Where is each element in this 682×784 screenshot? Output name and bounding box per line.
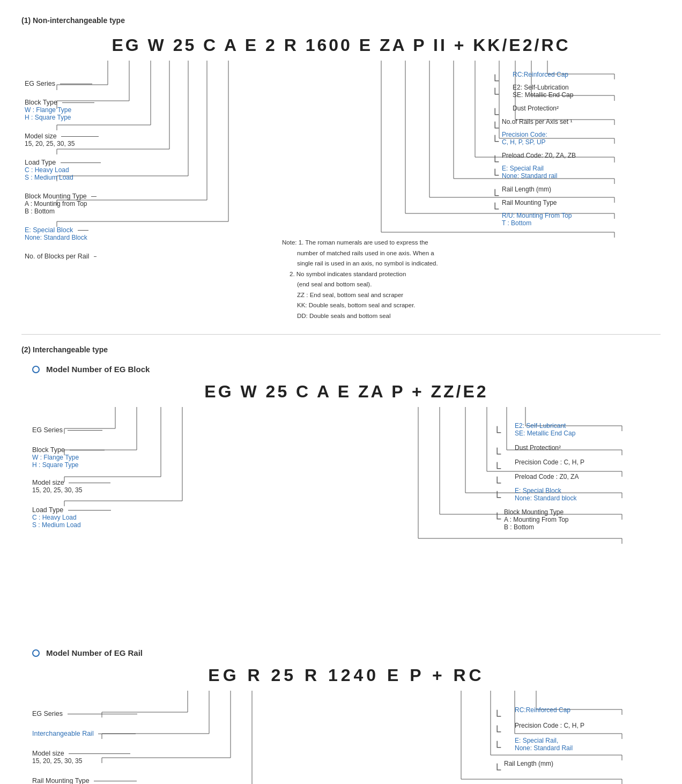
label-block-type: Block Type W : Flange Type H : Square Ty… xyxy=(25,98,159,121)
r2-sb-text: E: Special Block xyxy=(515,487,665,494)
label-model-size: Model size 15, 20, 25, 30, 35 xyxy=(25,132,159,147)
m2-p: P xyxy=(391,382,405,401)
right-labels-3: └ RC:Reinforced Cap └ Precision Code : C… xyxy=(493,706,665,775)
right-labels-2: └ E2: Self-Lubricant SE: Metallic End Ca… xyxy=(493,422,665,534)
model-plus: + xyxy=(454,35,466,55)
l2-lt-s: S : Medium Load xyxy=(32,521,172,529)
right-labels-1: └ RC:Reinforced Cap └ E2: Self-Lubricati… xyxy=(491,70,657,232)
blocks-per-rail-text: No. of Blocks per Rail xyxy=(25,253,89,260)
r3-sr-none: None: Standard Rail xyxy=(515,744,665,752)
left-labels-3: EG Series Interchangeable Rail Model siz… xyxy=(32,709,193,784)
label-special-block: E: Special Block None: Standard Block xyxy=(25,226,159,241)
model-p: P xyxy=(413,35,426,55)
diagram1: EG Series Block Type W : Flange Type H :… xyxy=(25,55,657,323)
rail-mounting-ru: R/U: Mounting From Top xyxy=(502,212,657,219)
rlabel-special-rail: └ E: Special Rail None: Standard rail xyxy=(491,165,657,180)
r2-se-text: SE: Metallic End Cap xyxy=(515,430,665,437)
r3-special-rail: └ E: Special Rail, None: Standard Rail xyxy=(493,737,665,752)
rlabel-rc: └ RC:Reinforced Cap xyxy=(491,70,657,78)
note-2-text: 2. No symbol indicates standard protecti… xyxy=(282,269,539,280)
model-size-values: 15, 20, 25, 30, 35 xyxy=(25,140,159,147)
rlabel-rail-mounting-vals: R/U: Mounting From Top T : Bottom xyxy=(491,212,657,227)
r2-preload: └ Preload Code : Z0, ZA xyxy=(493,472,665,480)
note-1-cont: number of matched rails used in one axis… xyxy=(282,248,539,259)
m3-e: E xyxy=(387,665,402,685)
l3-interchangeable: Interchangeable Rail xyxy=(32,729,193,737)
m3-plus: + xyxy=(432,665,446,685)
r2-bmt-text: Block Mounting Type xyxy=(504,508,665,516)
section2: (2) Interchangeable type Model Number of… xyxy=(21,345,661,784)
rail-mounting-text: Rail Mounting Type xyxy=(502,199,557,206)
m2-25: 25 xyxy=(266,382,290,401)
model-eg: EG xyxy=(112,35,140,55)
r2-bmt-a: A : Mounting From Top xyxy=(504,516,665,523)
m3-1240: 1240 xyxy=(328,665,379,685)
model-2: 2 xyxy=(265,35,277,55)
rlabel-dust: └ Dust Protection² xyxy=(491,104,657,112)
l2-model-size: Model size 15, 20, 25, 30, 35 xyxy=(32,478,172,494)
r3-rail-length: └ Rail Length (mm) xyxy=(493,759,665,767)
left-labels-2: EG Series Block Type W : Flange Type H :… xyxy=(32,426,172,541)
l2-ms-vals: 15, 20, 25, 30, 35 xyxy=(32,486,172,494)
m3-p: P xyxy=(410,665,424,685)
rlabel-preload: └ Preload Code: Z0, ZA, ZB xyxy=(491,151,657,159)
l2-bt-text: Block Type xyxy=(32,446,65,454)
l3-eg: EG Series xyxy=(32,709,193,718)
model-a: A xyxy=(224,35,238,55)
l2-eg-text: EG Series xyxy=(32,426,63,434)
l3-rmt-text: Rail Mounting Type xyxy=(32,777,90,784)
rlabel-e2: └ E2: Self-Lubrication SE: Metallic End … xyxy=(491,84,657,99)
model-row-2: EG W 25 C A E ZA P + ZZ/E2 xyxy=(32,382,661,402)
rail-mounting-t: T : Bottom xyxy=(502,219,657,227)
m3-r2: R xyxy=(305,665,320,685)
r2-e2: └ E2: Self-Lubricant SE: Metallic End Ca… xyxy=(493,422,665,437)
m2-e: E xyxy=(338,382,351,401)
m2-suffix: ZZ/E2 xyxy=(431,382,488,401)
none-standard-rail: None: Standard rail xyxy=(502,172,657,180)
l3-ms-text: Model size xyxy=(32,750,64,757)
section2-title: (2) Interchangeable type xyxy=(21,345,661,354)
special-rail-text: E: Special Rail xyxy=(502,165,657,172)
l2-load-type: Load Type C : Heavy Load S : Medium Load xyxy=(32,506,172,529)
section1-title: (1) Non-interchangeable type xyxy=(21,16,661,25)
model-1600: 1600 xyxy=(306,35,352,55)
model-c: C xyxy=(203,35,218,55)
diagram3: EG Series Interchangeable Rail Model siz… xyxy=(32,685,665,784)
r2-block-mounting: └ Block Mounting Type A : Mounting From … xyxy=(493,508,665,531)
l2-block-type: Block Type W : Flange Type H : Square Ty… xyxy=(32,446,172,469)
block-mounting-text: Block Mounting Type xyxy=(25,193,87,200)
block-mounting-a: A : Mounting from Top xyxy=(25,200,159,208)
l2-bt-w: W : Flange Type xyxy=(32,454,172,461)
m2-plus: + xyxy=(412,382,424,401)
bullet-circle-2 xyxy=(32,649,40,657)
r3-rc-text: RC:Reinforced Cap xyxy=(515,706,570,714)
l2-bt-h: H : Square Type xyxy=(32,461,172,469)
rc-text: RC:Reinforced Cap xyxy=(513,71,568,78)
sub-block: Model Number of EG Block EG W 25 C A E Z… xyxy=(32,365,661,627)
load-type-c: C : Heavy Load xyxy=(25,166,159,174)
l3-ir-text: Interchangeable Rail xyxy=(32,730,94,737)
l2-lt-c: C : Heavy Load xyxy=(32,514,172,521)
l3-eg-text: EG Series xyxy=(32,710,63,718)
block-type-w: W : Flange Type xyxy=(25,106,159,114)
none-standard-block: None: Standard Block xyxy=(25,234,159,241)
r3-sr-text: E: Special Rail, xyxy=(515,737,665,744)
sub-rail-title: Model Number of EG Rail xyxy=(32,648,661,657)
sub-rail-label: Model Number of EG Rail xyxy=(46,648,143,657)
r2-precision: └ Precision Code : C, H, P xyxy=(493,458,665,466)
sub-rail: Model Number of EG Rail EG R 25 R 1240 E… xyxy=(32,648,661,784)
precision-values: C, H, P, SP, UP xyxy=(502,138,657,146)
r2-preload-text: Preload Code : Z0, ZA xyxy=(515,473,579,480)
r2-e2-text: E2: Self-Lubricant xyxy=(515,422,665,430)
r3-precision: └ Precision Code : C, H, P xyxy=(493,721,665,729)
rlabel-rails-per-axis: └ No.of Rails per Axis set ¹ xyxy=(491,117,657,125)
note-zz: ZZ : End seal, bottom seal and scraper xyxy=(282,290,539,301)
special-block-text: E: Special Block xyxy=(25,226,73,234)
left-labels-1: EG Series Block Type W : Flange Type H :… xyxy=(25,79,159,271)
block-mounting-b: B : Bottom xyxy=(25,208,159,215)
preload-text: Preload Code: Z0, ZA, ZB xyxy=(502,152,576,159)
model-r: R xyxy=(284,35,299,55)
note-dd: DD: Double seals and bottom seal xyxy=(282,311,539,322)
l3-ms-vals: 15, 20, 25, 30, 35 xyxy=(32,757,193,765)
e2-text: E2: Self-Lubrication xyxy=(513,84,657,91)
